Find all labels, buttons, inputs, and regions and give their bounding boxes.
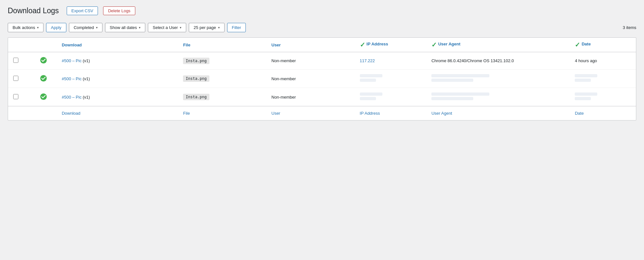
agent-value: Chrome 86.0.4240/Chrome OS 13421.102.0: [431, 58, 514, 63]
agent-blurred-2: [431, 79, 473, 82]
agent-blurred-2: [431, 97, 473, 100]
ip-check-icon: ✓: [360, 42, 365, 48]
dates-chevron-icon: ▾: [139, 26, 140, 29]
delete-logs-button[interactable]: Delete Logs: [103, 6, 135, 15]
file-header: File: [178, 38, 266, 52]
row-file-cell: Insta.png: [178, 88, 266, 106]
footer-agent-col: User Agent: [426, 106, 570, 120]
per-page-label: 25 per page: [194, 25, 216, 30]
page-header: Download Logs Export CSV Delete Logs: [8, 6, 636, 15]
per-page-dropdown[interactable]: 25 per page ▾: [189, 23, 224, 32]
date-header-label: Date: [582, 42, 591, 46]
select-user-label: Select a User: [153, 25, 178, 30]
completed-status-icon: [40, 57, 47, 64]
completed-dropdown[interactable]: Completed ▾: [69, 23, 102, 32]
agent-blurred-1: [431, 92, 489, 96]
filter-button[interactable]: Filter: [227, 23, 246, 32]
file-badge: Insta.png: [183, 75, 209, 82]
agent-blurred-1: [431, 74, 489, 77]
bulk-actions-dropdown[interactable]: Bulk actions ▾: [8, 23, 43, 32]
file-header-label: File: [183, 43, 190, 47]
footer-agent-label: User Agent: [431, 111, 452, 116]
apply-button[interactable]: Apply: [46, 23, 66, 32]
row-download-cell: #500 – Pic (v1): [57, 52, 178, 70]
row-checkbox-cell: [8, 70, 30, 88]
row-status-cell: [30, 52, 57, 70]
row-download-cell: #500 – Pic (v1): [57, 88, 178, 106]
footer-user-label: User: [272, 111, 280, 116]
date-blurred-2: [575, 97, 591, 100]
footer-user-col: User: [266, 106, 355, 120]
download-version: (v1): [83, 95, 90, 100]
download-link[interactable]: #500 – Pic: [62, 95, 82, 100]
agent-header-container: ✓ User Agent: [431, 42, 564, 48]
row-user-cell: Non-member: [266, 70, 355, 88]
row-checkbox-cell: [8, 52, 30, 70]
bulk-actions-label: Bulk actions: [13, 25, 35, 30]
row-date-cell: [570, 70, 636, 88]
ip-link[interactable]: 117.222: [360, 58, 375, 63]
footer-download-col: Download: [57, 106, 178, 120]
download-version: (v1): [83, 76, 90, 81]
table-header-row: Download File User ✓ IP Address: [8, 38, 636, 52]
row-checkbox[interactable]: [13, 94, 18, 99]
row-checkbox-cell: [8, 88, 30, 106]
download-link[interactable]: #500 – Pic: [62, 76, 82, 81]
page-title: Download Logs: [8, 6, 59, 15]
downloads-table: Download File User ✓ IP Address: [8, 38, 636, 120]
file-badge: Insta.png: [183, 58, 209, 64]
agent-header-label: User Agent: [438, 42, 460, 46]
footer-ip-col: IP Address: [355, 106, 427, 120]
row-date-cell: 4 hours ago: [570, 52, 636, 70]
footer-date-col: Date: [570, 106, 636, 120]
svg-point-0: [40, 57, 47, 63]
per-page-chevron-icon: ▾: [218, 26, 220, 29]
page-container: Download Logs Export CSV Delete Logs Bul…: [0, 0, 644, 260]
row-ip-cell: 117.222: [355, 52, 427, 70]
date-check-icon: ✓: [575, 42, 580, 48]
table-wrapper: Download File User ✓ IP Address: [8, 37, 636, 120]
ip-header: ✓ IP Address: [355, 38, 427, 52]
select-user-dropdown[interactable]: Select a User ▾: [148, 23, 186, 32]
ip-blurred-2: [360, 97, 376, 100]
toolbar: Bulk actions ▾ Apply Completed ▾ Show al…: [8, 23, 636, 32]
user-value: Non-member: [272, 76, 296, 81]
agent-header: ✓ User Agent: [426, 38, 570, 52]
row-date-cell: [570, 88, 636, 106]
ip-blurred-2: [360, 79, 376, 82]
download-link[interactable]: #500 – Pic: [62, 58, 82, 63]
items-count: 3 items: [623, 25, 636, 30]
select-all-header: [8, 38, 30, 52]
date-value: 4 hours ago: [575, 58, 597, 63]
row-user-cell: Non-member: [266, 52, 355, 70]
show-all-dates-label: Show all dates: [110, 25, 137, 30]
row-ip-cell: [355, 70, 427, 88]
table-row: #500 – Pic (v1)Insta.pngNon-member: [8, 70, 636, 88]
footer-ip-label: IP Address: [360, 111, 380, 116]
status-header: [30, 38, 57, 52]
svg-point-2: [40, 93, 47, 100]
row-checkbox[interactable]: [13, 58, 18, 63]
export-csv-button[interactable]: Export CSV: [67, 6, 98, 15]
date-blurred-1: [575, 92, 597, 96]
user-header-label: User: [272, 43, 281, 47]
date-header-container: ✓ Date: [575, 42, 631, 48]
table-footer-row: Download File User IP Address User Agent: [8, 106, 636, 120]
download-header: Download: [57, 38, 178, 52]
row-user-cell: Non-member: [266, 88, 355, 106]
show-all-dates-dropdown[interactable]: Show all dates ▾: [105, 23, 146, 32]
row-file-cell: Insta.png: [178, 52, 266, 70]
download-version: (v1): [83, 58, 90, 63]
completed-label: Completed: [74, 25, 94, 30]
row-download-cell: #500 – Pic (v1): [57, 70, 178, 88]
date-header: ✓ Date: [570, 38, 636, 52]
download-header-label: Download: [62, 43, 82, 47]
user-chevron-icon: ▾: [180, 26, 181, 29]
ip-blurred-1: [360, 92, 382, 96]
table-row: #500 – Pic (v1)Insta.pngNon-member117.22…: [8, 52, 636, 70]
bulk-actions-chevron-icon: ▾: [37, 26, 39, 29]
row-checkbox[interactable]: [13, 76, 18, 81]
table-body: #500 – Pic (v1)Insta.pngNon-member117.22…: [8, 52, 636, 106]
user-value: Non-member: [272, 95, 296, 100]
footer-file-label: File: [183, 111, 190, 116]
